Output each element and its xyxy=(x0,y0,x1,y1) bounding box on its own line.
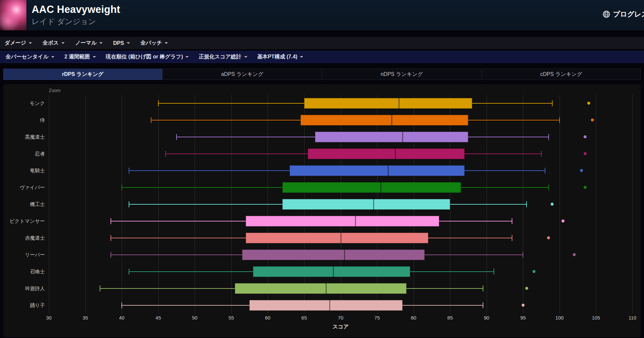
median-line xyxy=(355,216,356,226)
median-line xyxy=(329,300,330,311)
whisker-cap-high xyxy=(483,286,483,291)
boxplot-row: リーパー xyxy=(49,246,632,263)
median-line xyxy=(402,132,403,142)
x-tick-label: 55 xyxy=(228,315,234,321)
x-tick-label: 110 xyxy=(628,315,636,321)
boxplot-row: 竜騎士 xyxy=(49,162,632,179)
x-tick-label: 80 xyxy=(411,315,416,321)
filter-bar: 全パーセンタイル2 週間範囲現在順位 (箱ひげ図 or 棒グラフ)正規化スコア総… xyxy=(0,51,644,63)
outlier-dot[interactable] xyxy=(584,135,587,138)
outlier-dot[interactable] xyxy=(591,118,594,121)
box[interactable] xyxy=(282,199,450,210)
x-tick-label: 35 xyxy=(82,315,88,321)
menu-item[interactable]: DPS xyxy=(113,40,130,46)
filter-item[interactable]: 基本PT構成 (7.4) xyxy=(257,53,304,60)
boxplot-row: ヴァイパー xyxy=(49,179,632,196)
tab-rdps[interactable]: rDPS ランキング xyxy=(3,69,162,80)
boxplot-row: 召喚士 xyxy=(49,263,632,280)
boxplot-row: 黒魔道士 xyxy=(49,128,632,145)
box[interactable] xyxy=(235,283,406,294)
whisker-cap-high xyxy=(523,252,523,258)
median-line xyxy=(388,165,389,176)
tab-ndps[interactable]: nDPS ランキング xyxy=(322,69,481,80)
menu-item[interactable]: ノーマル xyxy=(75,40,103,47)
job-label: 竜騎士 xyxy=(30,162,45,179)
box[interactable] xyxy=(242,250,425,260)
chevron-down-icon xyxy=(51,56,54,58)
median-line xyxy=(344,250,345,260)
outlier-dot[interactable] xyxy=(525,287,528,290)
median-line xyxy=(380,182,381,193)
box[interactable] xyxy=(249,300,402,311)
filter-item[interactable]: 現在順位 (箱ひげ図 or 棒グラフ) xyxy=(106,53,189,60)
filter-item[interactable]: 正規化スコア総計 xyxy=(199,53,247,60)
boxplot-row: 侍 xyxy=(49,112,632,128)
box[interactable] xyxy=(308,149,465,159)
outlier-dot[interactable] xyxy=(551,203,554,206)
box[interactable] xyxy=(246,233,428,243)
filter-item[interactable]: 2 週間範囲 xyxy=(64,53,96,60)
whisker-cap-low xyxy=(100,286,100,291)
title-block: AAC Heavyweight レイド ダンジョン xyxy=(32,4,120,27)
chevron-down-icon xyxy=(29,42,32,44)
gridline xyxy=(632,95,633,314)
whisker-cap-low xyxy=(121,185,122,190)
whisker-cap-high xyxy=(559,117,560,123)
boxplot-row: ピクトマンサー xyxy=(49,213,632,229)
outlier-dot[interactable] xyxy=(580,169,583,172)
box[interactable] xyxy=(290,165,465,176)
menu-item-label: ダメージ xyxy=(5,40,26,47)
x-tick-label: 30 xyxy=(46,315,52,321)
progress-link[interactable]: プログレス xyxy=(603,10,644,19)
outlier-dot[interactable] xyxy=(532,270,535,273)
chevron-down-icon xyxy=(127,42,130,44)
job-label: 黒魔道士 xyxy=(25,128,45,145)
whisker-cap-low xyxy=(158,100,159,106)
job-label: 召喚士 xyxy=(30,263,45,280)
tab-cdps[interactable]: cDPS ランキング xyxy=(482,69,641,80)
x-axis-label: スコア xyxy=(49,323,632,330)
box[interactable] xyxy=(301,115,468,125)
box[interactable] xyxy=(282,182,461,193)
filter-item-label: 基本PT構成 (7.4) xyxy=(257,53,298,60)
outlier-dot[interactable] xyxy=(547,236,550,239)
filter-item[interactable]: 全パーセンタイル xyxy=(6,53,54,60)
tab-adps[interactable]: aDPS ランキング xyxy=(163,69,322,80)
box[interactable] xyxy=(246,216,439,226)
x-tick-label: 105 xyxy=(592,315,600,321)
median-line xyxy=(333,266,334,277)
menu-item[interactable]: 全ボス xyxy=(43,40,65,47)
menu-item[interactable]: ダメージ xyxy=(5,40,32,47)
boxplot-row: 踊り子 xyxy=(49,297,632,314)
x-tick-label: 90 xyxy=(484,315,489,321)
whisker-cap-low xyxy=(111,252,111,258)
box[interactable] xyxy=(304,98,472,109)
whisker-cap-high xyxy=(512,235,512,241)
whisker-cap-high xyxy=(526,201,527,207)
job-label: 吟遊詩人 xyxy=(25,280,45,297)
whisker-cap-high xyxy=(494,269,494,275)
whisker-cap-low xyxy=(111,235,111,241)
job-label: 踊り子 xyxy=(30,297,45,314)
outlier-dot[interactable] xyxy=(587,102,590,105)
outlier-dot[interactable] xyxy=(562,220,564,222)
x-tick-label: 65 xyxy=(302,315,307,321)
median-line xyxy=(373,199,374,210)
job-label: 機工士 xyxy=(30,196,45,213)
whisker-cap-low xyxy=(129,168,129,174)
menu-item-label: DPS xyxy=(113,40,124,46)
whisker-cap-low xyxy=(151,117,151,123)
x-tick-label: 40 xyxy=(119,315,125,321)
progress-link-label: プログレス xyxy=(613,10,644,19)
outlier-dot[interactable] xyxy=(573,253,576,256)
box[interactable] xyxy=(315,132,468,142)
filter-item-label: 全パーセンタイル xyxy=(6,53,48,60)
menu-item[interactable]: 全パッチ xyxy=(141,40,168,47)
boxplot-row: モンク xyxy=(49,95,632,112)
box[interactable] xyxy=(253,266,410,277)
whisker-cap-high xyxy=(545,168,545,174)
outlier-dot[interactable] xyxy=(584,186,587,189)
x-axis-ticks: 3035404550556065707580859095100105110 xyxy=(49,315,632,323)
outlier-dot[interactable] xyxy=(522,304,525,307)
outlier-dot[interactable] xyxy=(584,152,587,155)
